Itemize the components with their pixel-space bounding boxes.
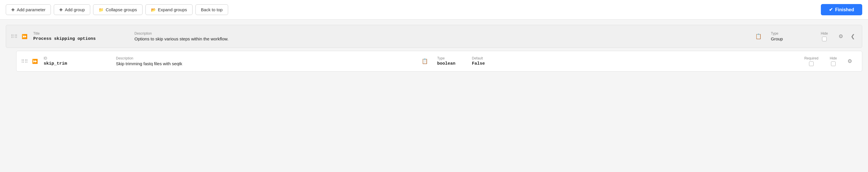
param-id-label: ID: [44, 56, 107, 60]
group-title-value: Process skipping options: [33, 36, 126, 41]
group-description-cell: Description Options to skip various step…: [134, 31, 746, 41]
group-hide-cell: Hide: [817, 31, 832, 41]
group-fast-forward-icon: ⏩: [22, 34, 28, 39]
param-description-value: Skip trimming fastq files with seqtk: [116, 61, 413, 66]
param-hide-cell: Hide: [826, 56, 840, 66]
finished-label: Finished: [835, 7, 854, 12]
group-settings-button[interactable]: ⚙: [836, 32, 845, 41]
param-default-cell: Default False: [472, 56, 501, 66]
param-drag-handle[interactable]: ⠿⠿: [21, 59, 28, 64]
param-default-value: False: [472, 61, 501, 66]
param-required-cell: Required: [801, 56, 822, 66]
param-type-value: boolean: [437, 61, 469, 66]
add-group-button[interactable]: ✚ Add group: [54, 4, 90, 15]
param-hide-label: Hide: [830, 56, 837, 60]
param-description-label: Description: [116, 56, 413, 60]
plus-icon: ✚: [11, 7, 15, 12]
param-required-label: Required: [804, 56, 818, 60]
param-required-checkbox[interactable]: [809, 62, 814, 66]
copy-icon: 📋: [755, 33, 762, 39]
expand-groups-label: Expand groups: [158, 7, 187, 12]
param-row: ⠿⠿ ⏩ ID skip_trim Description Skip trimm…: [16, 51, 862, 72]
check-icon: ✔: [829, 7, 833, 12]
group-copy-button[interactable]: 📋: [752, 32, 765, 41]
group-drag-handle[interactable]: ⠿⠿: [11, 34, 18, 39]
expand-groups-button[interactable]: 📂 Expand groups: [146, 4, 192, 15]
param-hide-checkbox[interactable]: [831, 62, 836, 66]
back-to-top-button[interactable]: Back to top: [195, 4, 228, 15]
param-type-label: Type: [437, 56, 469, 60]
chevron-down-icon: ❮: [851, 33, 855, 39]
add-parameter-label: Add parameter: [17, 7, 45, 12]
group-row: ⠿⠿ ⏩ Title Process skipping options Desc…: [6, 25, 862, 48]
gear-icon: ⚙: [838, 33, 843, 39]
param-default-label: Default: [472, 56, 501, 60]
collapse-groups-label: Collapse groups: [105, 7, 137, 12]
toolbar: ✚ Add parameter ✚ Add group 📁 Collapse g…: [0, 0, 868, 20]
folder-closed-icon: 📁: [99, 7, 103, 12]
group-hide-label: Hide: [821, 31, 828, 35]
param-id-value: skip_trim: [44, 61, 107, 66]
param-gear-icon: ⚙: [847, 58, 852, 64]
add-parameter-button[interactable]: ✚ Add parameter: [6, 4, 51, 15]
group-title-cell: Title Process skipping options: [33, 31, 126, 41]
param-fast-forward-icon: ⏩: [32, 59, 38, 64]
folder-open-icon: 📂: [151, 7, 156, 12]
group-collapse-button[interactable]: ❮: [848, 32, 857, 41]
finished-button[interactable]: ✔ Finished: [821, 4, 862, 15]
group-title-label: Title: [33, 31, 126, 35]
group-description-value: Options to skip various steps within the…: [134, 36, 746, 41]
group-hide-checkbox[interactable]: [822, 37, 827, 41]
group-description-label: Description: [134, 31, 746, 35]
param-copy-button[interactable]: 📋: [418, 57, 431, 66]
param-copy-icon: 📋: [422, 58, 428, 64]
back-to-top-label: Back to top: [201, 7, 223, 12]
group-type-cell: Type Group: [771, 31, 811, 41]
main-content: ⠿⠿ ⏩ Title Process skipping options Desc…: [0, 20, 868, 77]
group-type-value: Group: [771, 36, 811, 41]
group-type-label: Type: [771, 31, 811, 35]
param-type-cell: Type boolean: [437, 56, 469, 66]
param-wrapper: ⠿⠿ ⏩ ID skip_trim Description Skip trimm…: [6, 51, 862, 72]
add-group-label: Add group: [65, 7, 85, 12]
collapse-groups-button[interactable]: 📁 Collapse groups: [93, 4, 142, 15]
param-id-cell: ID skip_trim: [44, 56, 107, 66]
folder-plus-icon: ✚: [59, 7, 63, 12]
param-settings-button[interactable]: ⚙: [845, 57, 855, 66]
param-description-cell: Description Skip trimming fastq files wi…: [116, 56, 413, 66]
